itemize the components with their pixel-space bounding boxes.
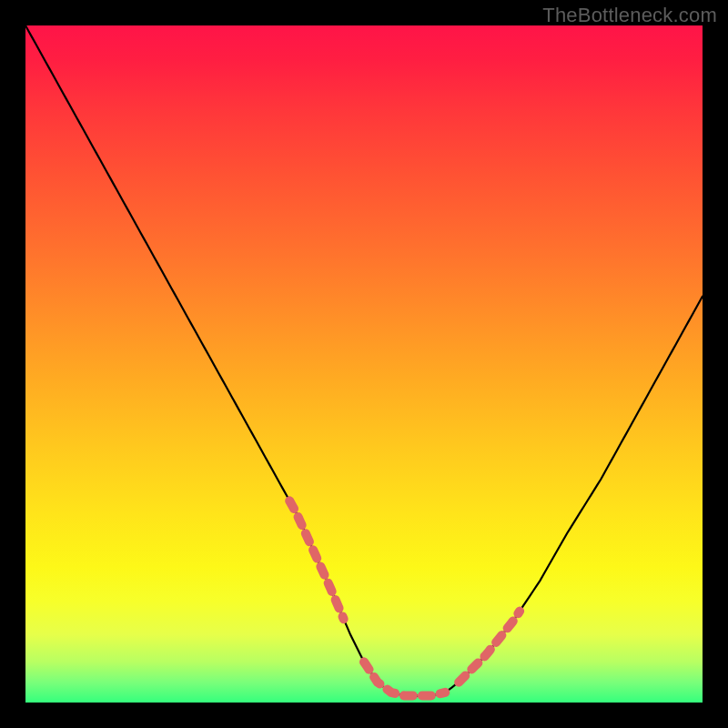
right-highlight	[459, 612, 520, 682]
left-highlight	[289, 500, 344, 619]
highlight-markers	[289, 500, 520, 695]
chart-plot-area	[25, 25, 703, 703]
bottom-highlight	[364, 662, 445, 695]
bottleneck-curve	[25, 25, 703, 696]
chart-svg	[25, 25, 703, 703]
chart-frame: TheBottleneck.com	[0, 0, 728, 728]
watermark-text: TheBottleneck.com	[542, 4, 717, 27]
